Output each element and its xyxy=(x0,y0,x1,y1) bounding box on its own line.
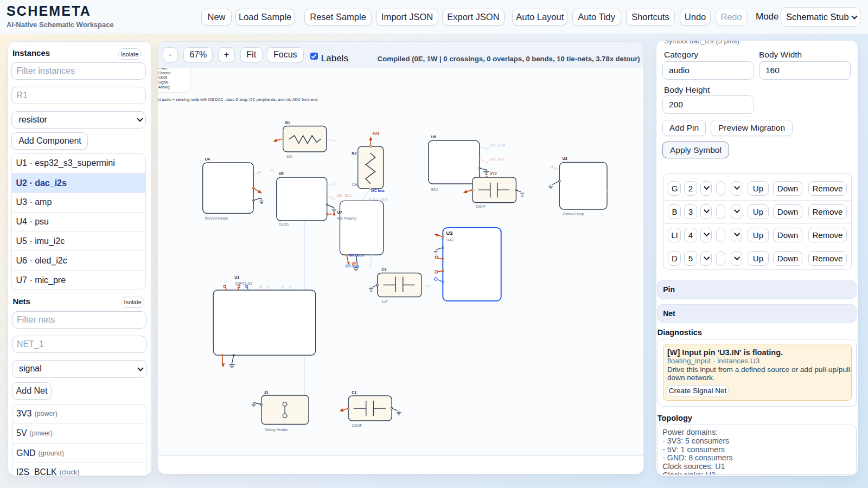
svg-text:Class-D Amp: Class-D Amp xyxy=(563,212,584,216)
svg-text:Analog: Analog xyxy=(158,85,170,89)
svg-text:U6: U6 xyxy=(279,171,284,175)
svg-text:C1: C1 xyxy=(352,390,357,394)
svg-text:R2: R2 xyxy=(352,151,356,155)
svg-text:1uF: 1uF xyxy=(381,300,388,304)
svg-text:C3: C3 xyxy=(381,268,386,272)
svg-text:Ground: Ground xyxy=(158,71,171,75)
svg-text:Smart audio + sensing node wit: Smart audio + sensing node with I2S DAC,… xyxy=(158,97,318,102)
svg-text:DAC: DAC xyxy=(446,238,455,242)
svg-text:OLED: OLED xyxy=(279,223,289,227)
svg-text:100nF: 100nF xyxy=(352,423,362,427)
svg-text:U2: U2 xyxy=(446,230,453,236)
svg-text:10k: 10k xyxy=(286,155,292,158)
svg-text:I2C bus: I2C bus xyxy=(371,189,385,192)
svg-text:Signal: Signal xyxy=(158,80,169,85)
svg-text:3V3: 3V3 xyxy=(373,132,380,136)
svg-text:I2C_SCL: I2C_SCL xyxy=(337,194,352,197)
svg-text:I2C_SCL: I2C_SCL xyxy=(490,157,506,161)
svg-text:I2S bus: I2S bus xyxy=(346,264,359,268)
svg-text:10k: 10k xyxy=(352,183,358,187)
svg-text:U7: U7 xyxy=(337,210,342,215)
svg-text:Power: Power xyxy=(158,68,169,70)
svg-text:I2C_SDA: I2C_SDA xyxy=(373,197,388,201)
svg-text:Debug Header: Debug Header xyxy=(265,428,289,432)
svg-text:U5: U5 xyxy=(431,135,436,139)
svg-text:3V3: 3V3 xyxy=(490,171,497,175)
svg-text:5V: 5V xyxy=(270,169,275,172)
svg-text:R1: R1 xyxy=(285,121,290,125)
svg-text:100nF: 100nF xyxy=(476,204,486,208)
svg-text:J1: J1 xyxy=(264,390,269,394)
svg-text:Clock: Clock xyxy=(158,75,168,79)
svg-text:5V/3V3 Power: 5V/3V3 Power xyxy=(205,216,229,220)
svg-text:U3: U3 xyxy=(563,157,567,160)
svg-text:I2C_SDA: I2C_SDA xyxy=(490,143,506,147)
svg-text:U1: U1 xyxy=(234,275,239,279)
svg-text:Mic Preamp: Mic Preamp xyxy=(337,216,356,221)
svg-text:ESP32-S3: ESP32-S3 xyxy=(235,281,253,285)
svg-text:IMU: IMU xyxy=(431,188,438,191)
svg-text:U4: U4 xyxy=(205,157,210,161)
